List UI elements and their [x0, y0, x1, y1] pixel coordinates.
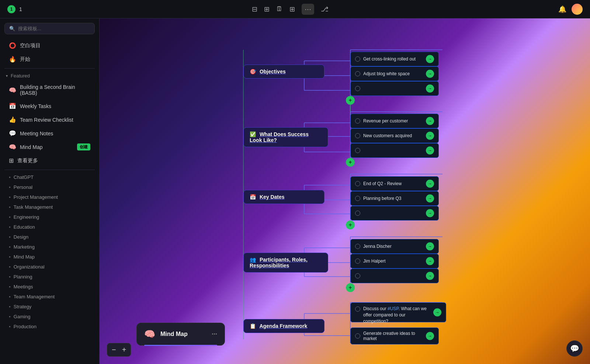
expand-arrow-icon[interactable]: → [426, 132, 434, 140]
sidebar-category-marketing[interactable]: ● Marketing [0, 242, 99, 252]
add-node-objectives[interactable]: + [346, 96, 355, 105]
expand-arrow-icon[interactable]: → [426, 272, 434, 280]
tree-icon[interactable]: ⎇ [321, 5, 329, 13]
sidebar-category-mindmap[interactable]: ● Mind Map [0, 252, 99, 262]
sidebar-item-basb[interactable]: 🧠 Building a Second Brain (BASB) [3, 81, 96, 99]
child-jenna[interactable]: Jenna Discher → [350, 239, 439, 254]
dot-icon: ● [9, 255, 11, 259]
child-jim[interactable]: Jim Halpert → [350, 254, 439, 268]
sidebar-category-design[interactable]: ● Design [0, 232, 99, 242]
category-label: Planning [14, 274, 32, 280]
node-keydates[interactable]: 📅 Key Dates [243, 190, 324, 204]
child-discuss-usp[interactable]: Discuss our #USP. What can we offer comp… [350, 302, 446, 322]
expand-arrow-icon[interactable]: → [426, 70, 434, 78]
child-generate-ideas[interactable]: Generate creative ideas to market → [350, 327, 439, 344]
sidebar-category-production[interactable]: ● Production [0, 322, 99, 332]
child-planning-q3[interactable]: Planning before Q3 → [350, 191, 439, 206]
grid-icon[interactable]: ⊞ [289, 5, 295, 13]
check-circle [355, 118, 360, 124]
dot-icon: ● [9, 285, 11, 288]
child-text: Jenna Discher [363, 244, 392, 249]
dot-icon: ● [9, 186, 11, 189]
featured-section-header[interactable]: ▾ Featured [0, 71, 99, 81]
expand-arrow-icon[interactable]: → [426, 117, 434, 125]
calendar-icon[interactable]: 🗓 [276, 5, 283, 13]
sidebar-category-education[interactable]: ● Education [0, 222, 99, 232]
more-options-icon[interactable]: ··· [212, 330, 217, 338]
chat-button[interactable]: 💬 [566, 340, 583, 357]
child-objectives-empty[interactable]: → [350, 81, 439, 96]
dot-icon: ● [9, 265, 11, 268]
mindmap-floating-card[interactable]: 🧠 Mind Map ··· [136, 323, 225, 346]
sidebar-category-project[interactable]: ● Project Management [0, 192, 99, 202]
node-title: What Does Success Look Like? [250, 131, 309, 143]
node-participants[interactable]: 👥 Participants, Roles, Responsibilities [243, 253, 328, 273]
expand-arrow-icon[interactable]: → [433, 308, 441, 316]
notification-bell-icon[interactable]: 🔔 [558, 5, 566, 13]
expand-arrow-icon[interactable]: → [426, 257, 434, 265]
see-more[interactable]: ⊞ 查看更多 [3, 154, 96, 167]
add-node-success[interactable]: + [346, 158, 355, 167]
sidebar-category-engineering[interactable]: ● Engineering [0, 212, 99, 222]
expand-arrow-icon[interactable]: → [426, 242, 434, 250]
add-node-keydates[interactable]: + [346, 221, 355, 229]
sidebar-category-task[interactable]: ● Task Management [0, 202, 99, 212]
child-participants-empty[interactable]: → [350, 268, 439, 283]
panels-icon[interactable]: ⊞ [264, 5, 270, 13]
sidebar-category-org[interactable]: ● Organizational [0, 262, 99, 272]
sidebar-item-team-review[interactable]: 👍 Team Review Checklist [3, 113, 96, 126]
dot-icon: ● [9, 275, 11, 278]
zoom-out-button[interactable]: − [112, 346, 116, 354]
create-badge[interactable]: 创建 [77, 143, 90, 150]
category-label: Personal [14, 184, 32, 190]
node-success[interactable]: ✅ What Does Success Look Like? [243, 127, 328, 147]
sidebar-item-blank[interactable]: ⭕ 空白项目 [3, 39, 96, 52]
node-objectives[interactable]: 🎯 Objectives [243, 65, 324, 79]
expand-arrow-icon[interactable]: → [426, 55, 434, 63]
dot-icon: ● [9, 245, 11, 249]
sidebar-item-mindmap[interactable]: 🧠 Mind Map 创建 [3, 141, 96, 153]
sidebar-category-chatgpt[interactable]: ● ChatGPT [0, 172, 99, 182]
category-label: ChatGPT [14, 174, 34, 180]
sidebar-item-meeting-notes[interactable]: 💬 Meeting Notes [3, 127, 96, 140]
sidebar-category-planning[interactable]: ● Planning [0, 272, 99, 282]
child-success-empty[interactable]: → [350, 143, 439, 158]
expand-arrow-icon[interactable]: → [426, 194, 434, 202]
dot-icon: ● [9, 315, 11, 318]
expand-arrow-icon[interactable]: → [426, 332, 434, 340]
search-box[interactable]: 🔍 [4, 23, 95, 34]
child-text: Jim Halpert [363, 259, 386, 264]
zoom-in-button[interactable]: + [122, 346, 126, 354]
mindmap-float-title: Mind Map [160, 331, 188, 337]
category-label: Mind Map [14, 254, 35, 260]
objectives-icon: 🎯 [250, 69, 256, 74]
sidebar-category-team[interactable]: ● Team Management [0, 292, 99, 302]
layout-icon[interactable]: ⊟ [252, 5, 257, 13]
sidebar-item-label: 空白项目 [20, 42, 90, 49]
sidebar-category-gaming[interactable]: ● Gaming [0, 312, 99, 322]
sidebar-item-start[interactable]: 🔥 开始 [3, 53, 96, 66]
sidebar-category-meetings[interactable]: ● Meetings [0, 282, 99, 292]
share-icon[interactable]: ⋯ [302, 4, 314, 15]
child-text: Generate creative ideas to market [363, 331, 423, 341]
child-end-q2[interactable]: End of Q2 - Review → [350, 176, 439, 191]
expand-arrow-icon[interactable]: → [426, 180, 434, 188]
user-avatar[interactable] [572, 4, 583, 15]
node-agenda[interactable]: 📋 Agenda Framework [243, 319, 324, 333]
child-adjust-blog[interactable]: Adjust blog white space → [350, 66, 439, 81]
sidebar-category-strategy[interactable]: ● Strategy [0, 302, 99, 312]
child-keydates-empty[interactable]: → [350, 206, 439, 221]
expand-arrow-icon[interactable]: → [426, 209, 434, 217]
sidebar-item-weekly-tasks[interactable]: 📅 Weekly Tasks [3, 100, 96, 112]
search-input[interactable] [18, 26, 90, 31]
expand-arrow-icon[interactable]: → [426, 84, 434, 93]
child-get-crosslinking[interactable]: Get cross-linking rolled out → [350, 52, 439, 66]
child-customers[interactable]: New customers acquired → [350, 128, 439, 143]
category-label: Production [14, 324, 37, 329]
mindmap-float-icon: 🧠 [144, 329, 155, 339]
canvas-area[interactable]: 🎯 Objectives Get cross-linking rolled ou… [100, 18, 590, 364]
sidebar-category-personal[interactable]: ● Personal [0, 182, 99, 192]
expand-arrow-icon[interactable]: → [426, 146, 434, 155]
add-node-participants[interactable]: + [346, 283, 355, 292]
child-revenue[interactable]: Revenue per customer → [350, 114, 439, 128]
